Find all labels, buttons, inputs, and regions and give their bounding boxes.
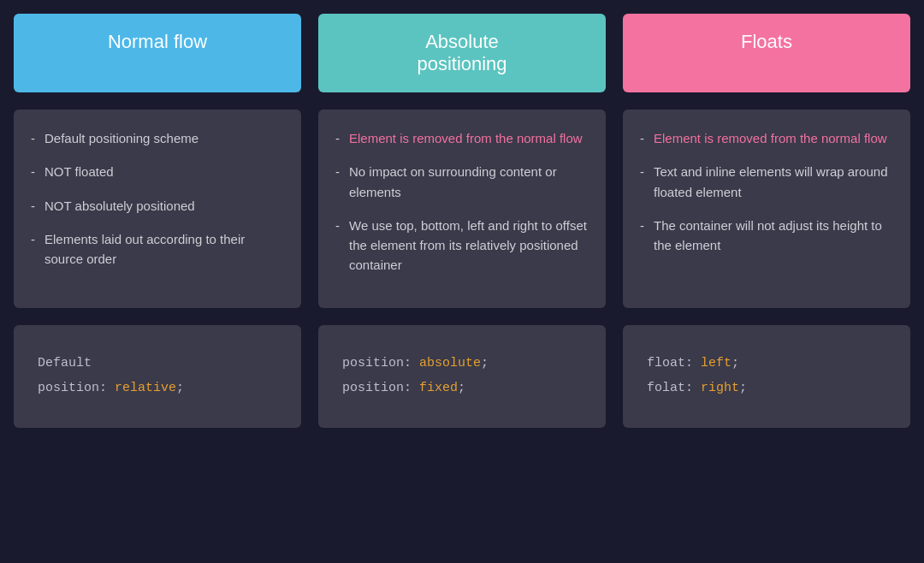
code-floats-line2: folat: right; (647, 376, 747, 401)
list-item: NOT floated (31, 162, 284, 181)
list-item: Element is removed from the normal flow (640, 128, 893, 148)
floats-item-1: Element is removed from the normal flow (654, 131, 887, 145)
code-keyword: right (701, 381, 739, 395)
content-absolute: Element is removed from the normal flow … (318, 110, 606, 308)
code-absolute-content: position: absolute; position: fixed; (342, 352, 489, 400)
code-row: Default position: relative; position: ab… (14, 325, 910, 428)
header-floats: Floats (623, 14, 910, 92)
list-item: The container will not adjust its height… (640, 216, 893, 256)
code-normal-content: Default position: relative; (38, 352, 184, 400)
header-normal-label: Normal flow (108, 31, 207, 52)
code-keyword: fixed (419, 381, 458, 395)
code-normal-line2: position: relative; (38, 376, 184, 401)
header-row: Normal flow Absolutepositioning Floats (14, 14, 910, 92)
code-normal-line1: Default (38, 352, 184, 376)
list-item: No impact on surrounding content or elem… (335, 162, 589, 202)
absolute-item-1: Element is removed from the normal flow (349, 131, 583, 145)
list-item: NOT absolutely positioned (31, 196, 284, 216)
list-item: Text and inline elements will wrap aroun… (640, 162, 893, 202)
header-normal: Normal flow (14, 14, 301, 92)
floats-list: Element is removed from the normal flow … (640, 128, 893, 255)
code-keyword: left (701, 356, 732, 370)
header-absolute-label: Absolutepositioning (417, 31, 506, 74)
content-row: Default positioning scheme NOT floated N… (14, 110, 910, 308)
code-absolute-line2: position: fixed; (342, 376, 489, 401)
list-item: We use top, bottom, left and right to of… (335, 216, 589, 276)
list-item: Default positioning scheme (31, 128, 284, 148)
code-keyword: absolute (419, 356, 481, 370)
code-floats: float: left; folat: right; (623, 325, 910, 428)
code-keyword: relative (115, 381, 176, 395)
code-floats-line1: float: left; (647, 352, 747, 376)
absolute-list: Element is removed from the normal flow … (335, 128, 589, 276)
code-normal: Default position: relative; (14, 325, 301, 428)
content-floats: Element is removed from the normal flow … (623, 110, 910, 308)
header-floats-label: Floats (741, 31, 792, 52)
code-floats-content: float: left; folat: right; (647, 352, 747, 400)
header-absolute: Absolutepositioning (318, 14, 606, 92)
code-absolute-line1: position: absolute; (342, 352, 489, 376)
list-item: Element is removed from the normal flow (335, 128, 589, 148)
content-normal: Default positioning scheme NOT floated N… (14, 110, 301, 308)
list-item: Elements laid out according to their sou… (31, 229, 284, 270)
code-absolute: position: absolute; position: fixed; (318, 325, 606, 428)
normal-list: Default positioning scheme NOT floated N… (31, 128, 284, 269)
